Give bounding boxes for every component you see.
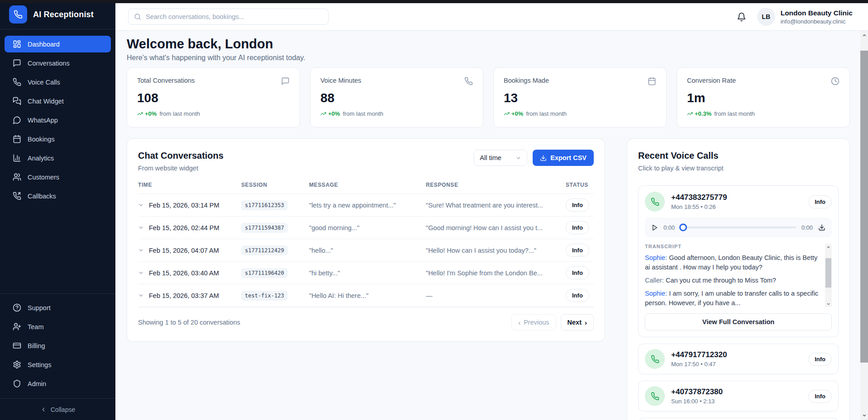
- info-button[interactable]: Info: [808, 195, 832, 208]
- stat-card-voice-minutes: Voice Minutes 88 +0% from last month: [310, 67, 483, 127]
- scroll-down-icon[interactable]: [860, 412, 868, 419]
- table-row[interactable]: Feb 15, 2026, 03:37 AM test-fix-123 "Hel…: [138, 284, 594, 307]
- table-row[interactable]: Feb 15, 2026, 03:14 PM s17711612353 "let…: [138, 194, 594, 217]
- sidebar-item-support[interactable]: Support: [5, 299, 111, 316]
- chevron-down-icon[interactable]: [138, 293, 144, 298]
- sidebar: AI Receptionist Dashboard Conversations …: [0, 0, 115, 420]
- voice-call-header[interactable]: +447383275779 Mon 18:55 • 0:26 Info: [645, 192, 832, 212]
- sidebar-item-conversations[interactable]: Conversations: [5, 55, 111, 71]
- voice-call-card[interactable]: Unknown Caller Info: [638, 418, 839, 420]
- scroll-up-icon[interactable]: [860, 32, 868, 39]
- stat-value: 13: [504, 91, 656, 105]
- sidebar-item-label: Voice Calls: [28, 79, 60, 86]
- sidebar-item-callbacks[interactable]: Callbacks: [5, 188, 111, 204]
- download-icon[interactable]: [818, 224, 825, 231]
- previous-page-button[interactable]: ‹Previous: [511, 314, 556, 330]
- transcript-line: Sophie: I am sorry, I am unable to trans…: [645, 289, 821, 308]
- sidebar-item-label: Admin: [28, 380, 46, 387]
- sidebar-item-label: Callbacks: [28, 193, 56, 200]
- transcript-body: Sophie: Good afternoon, London Beauty Cl…: [645, 253, 821, 308]
- chevron-down-icon[interactable]: [138, 247, 144, 253]
- chat-bubble-icon: [281, 77, 290, 85]
- trending-up-icon: [320, 111, 326, 117]
- notification-bell-icon[interactable]: [737, 12, 746, 22]
- user-email: info@londonbeauty.clinic: [781, 18, 853, 25]
- sidebar-collapse-button[interactable]: Collapse: [0, 398, 115, 420]
- voice-call-card[interactable]: +40737872380 Sun 16:00 • 2:13 Info: [638, 381, 839, 411]
- gear-icon: [13, 360, 21, 369]
- info-button[interactable]: Info: [808, 390, 832, 403]
- info-button[interactable]: Info: [808, 353, 832, 366]
- info-button[interactable]: Info: [566, 266, 589, 279]
- seek-slider[interactable]: [680, 227, 796, 228]
- trending-up-icon: [137, 111, 143, 117]
- window-top-strip: [0, 0, 868, 3]
- call-meta: Mon 18:55 • 0:26: [671, 203, 727, 210]
- page-scrollbar[interactable]: [860, 31, 868, 420]
- sidebar-item-customers[interactable]: Customers: [5, 169, 111, 185]
- scroll-thumb[interactable]: [860, 51, 868, 363]
- sidebar-bottom-nav: Support Team Billing Settings Admin: [0, 293, 115, 394]
- sidebar-item-billing[interactable]: Billing: [5, 337, 111, 354]
- info-button[interactable]: Info: [566, 289, 589, 302]
- export-csv-button[interactable]: Export CSV: [533, 150, 594, 166]
- scroll-down-icon[interactable]: [826, 301, 830, 307]
- voice-panel-subtitle: Click to play & view transcript: [638, 165, 839, 172]
- transcript-section: TRANSCRIPT Sophie: Good afternoon, Londo…: [645, 244, 832, 308]
- call-number: +40737872380: [671, 387, 723, 396]
- sidebar-item-label: Support: [28, 304, 51, 311]
- chevron-down-icon[interactable]: [138, 270, 144, 276]
- info-button[interactable]: Info: [566, 244, 589, 257]
- sidebar-item-bookings[interactable]: Bookings: [5, 131, 111, 147]
- time-filter-select[interactable]: All time: [474, 150, 527, 166]
- sidebar-item-analytics[interactable]: Analytics: [5, 150, 111, 166]
- phone-logo-icon: [9, 5, 27, 24]
- table-row[interactable]: Feb 15, 2026, 03:40 AM s17711196420 "hi …: [138, 262, 594, 284]
- transcript-line: Caller: Can you cut me through to Miss T…: [645, 276, 821, 285]
- panels-row: Chat Conversations From website widget A…: [127, 138, 850, 420]
- transcript-scrollbar[interactable]: [825, 244, 832, 307]
- sidebar-item-admin[interactable]: Admin: [5, 375, 111, 392]
- info-button[interactable]: Info: [566, 198, 589, 212]
- play-icon[interactable]: [651, 224, 658, 231]
- info-button[interactable]: Info: [566, 221, 589, 234]
- table-row[interactable]: Feb 15, 2026, 04:07 AM s17711212429 "hel…: [138, 239, 594, 262]
- next-page-button[interactable]: Next›: [561, 314, 594, 330]
- sidebar-item-settings[interactable]: Settings: [5, 356, 111, 373]
- view-full-conversation-button[interactable]: View Full Conversation: [645, 313, 832, 330]
- scroll-thumb[interactable]: [825, 258, 831, 288]
- user-info: London Beauty Clinic info@londonbeauty.c…: [781, 9, 853, 25]
- user-menu[interactable]: LB London Beauty Clinic info@londonbeaut…: [757, 8, 853, 26]
- pagination-summary: Showing 1 to 5 of 20 conversations: [138, 319, 240, 326]
- phone-call-icon: [645, 386, 665, 406]
- search-input[interactable]: [146, 13, 323, 20]
- scroll-up-icon[interactable]: [826, 244, 830, 250]
- chevron-down-icon[interactable]: [138, 225, 144, 231]
- sidebar-item-label: Team: [28, 323, 43, 330]
- session-id: s17711212429: [241, 245, 288, 255]
- search-box[interactable]: [128, 9, 329, 25]
- sidebar-item-label: WhatsApp: [28, 117, 58, 124]
- stat-card-total-conversations: Total Conversations 108 +0% from last mo…: [127, 67, 300, 127]
- calendar-icon: [648, 77, 656, 85]
- page-title: Welcome back, London: [127, 36, 850, 52]
- sidebar-item-team[interactable]: Team: [5, 318, 111, 335]
- sidebar-item-label: Settings: [28, 361, 51, 368]
- transcript-line: Sophie: Good afternoon, London Beauty Cl…: [645, 253, 821, 272]
- sidebar-item-label: Conversations: [28, 60, 70, 67]
- clock-icon: [831, 77, 839, 85]
- chevron-down-icon[interactable]: [138, 202, 144, 208]
- slider-knob[interactable]: [679, 224, 687, 231]
- sidebar-item-whatsapp[interactable]: WhatsApp: [5, 112, 111, 128]
- phone-callback-icon: [13, 192, 21, 200]
- stat-label: Conversion Rate: [687, 77, 736, 84]
- phone-call-icon: [645, 192, 665, 212]
- app-root: AI Receptionist Dashboard Conversations …: [0, 0, 868, 420]
- sidebar-item-dashboard[interactable]: Dashboard: [5, 36, 111, 52]
- session-id: s17711196420: [241, 268, 288, 278]
- sidebar-item-voice-calls[interactable]: Voice Calls: [5, 74, 111, 90]
- table-row[interactable]: Feb 15, 2026, 02:44 PM s17711594387 "goo…: [138, 217, 594, 239]
- calendar-icon: [13, 135, 21, 143]
- voice-call-card[interactable]: +447917712320 Mon 17:50 • 0:47 Info: [638, 344, 839, 374]
- sidebar-item-chat-widget[interactable]: Chat Widget: [5, 93, 111, 109]
